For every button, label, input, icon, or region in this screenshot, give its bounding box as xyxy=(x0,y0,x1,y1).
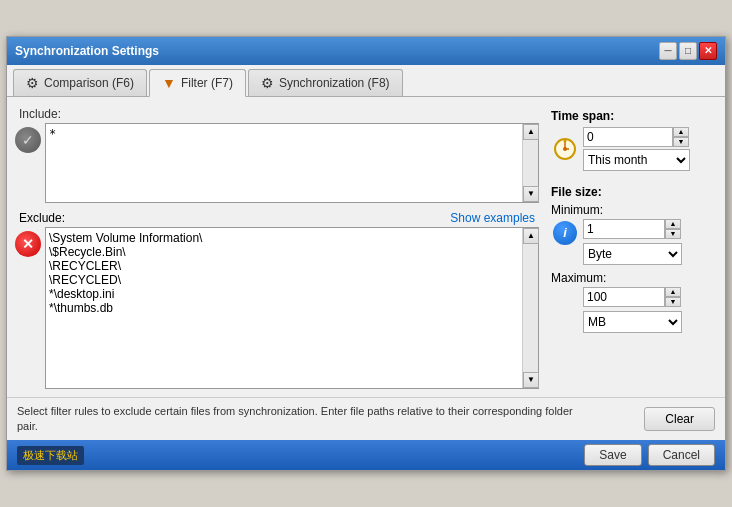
footer-bar: 极速下载站 Save Cancel xyxy=(7,440,725,470)
tab-comparison-label: Comparison (F6) xyxy=(44,76,134,90)
filesize-max-input[interactable] xyxy=(583,287,665,307)
exclude-row: ✕ ▲ ▼ xyxy=(15,227,539,389)
scroll-down-include[interactable]: ▼ xyxy=(523,186,539,202)
content-area: Include: ✓ ▲ ▼ xyxy=(7,97,725,397)
left-panel: Include: ✓ ▲ ▼ xyxy=(15,105,539,389)
info-icon: i xyxy=(553,221,577,245)
svg-point-4 xyxy=(564,139,567,142)
include-scrollbar: ▲ ▼ xyxy=(522,124,538,202)
title-bar: Synchronization Settings ─ □ ✕ xyxy=(7,37,725,65)
filesize-min-input[interactable] xyxy=(583,219,665,239)
timespan-dropdown[interactable]: This month Today This week This year All… xyxy=(583,149,690,171)
exclude-label: Exclude: xyxy=(19,211,65,225)
exclude-section: Exclude: Show examples ✕ ▲ ▼ xyxy=(15,209,539,389)
check-icon: ✓ xyxy=(15,127,41,153)
filesize-min-unit-dropdown[interactable]: Byte KB MB GB xyxy=(583,243,682,265)
timespan-spinner-btns: ▲ ▼ xyxy=(673,127,689,147)
filesize-min-spin-up[interactable]: ▲ xyxy=(665,219,681,229)
cancel-button[interactable]: Cancel xyxy=(648,444,715,466)
scroll-up-include[interactable]: ▲ xyxy=(523,124,539,140)
include-row: ✓ ▲ ▼ xyxy=(15,123,539,203)
tab-bar: ⚙ Comparison (F6) ▼ Filter (F7) ⚙ Synchr… xyxy=(7,65,725,97)
minimize-button[interactable]: ─ xyxy=(659,42,677,60)
clear-button[interactable]: Clear xyxy=(644,407,715,431)
scroll-track-include xyxy=(523,140,538,186)
error-icon: ✕ xyxy=(15,231,41,257)
filesize-label: File size: xyxy=(551,185,713,199)
exclude-icon-col: ✕ xyxy=(15,227,41,257)
filesize-min-label: Minimum: xyxy=(551,203,713,217)
exclude-scrollbar: ▲ ▼ xyxy=(522,228,538,388)
filter-icon: ▼ xyxy=(162,75,176,91)
exclude-body: ▲ ▼ xyxy=(45,227,539,389)
gear-icon-sync: ⚙ xyxy=(261,75,274,91)
include-input[interactable] xyxy=(46,124,522,202)
maximize-button[interactable]: □ xyxy=(679,42,697,60)
tab-filter[interactable]: ▼ Filter (F7) xyxy=(149,69,246,97)
filesize-max-dropdown-row: Byte KB MB GB xyxy=(583,311,682,333)
scroll-up-exclude[interactable]: ▲ xyxy=(523,228,539,244)
filesize-max-spinner-btns: ▲ ▼ xyxy=(665,287,681,307)
bottom-bar: Select filter rules to exclude certain f… xyxy=(7,397,725,441)
info-icon-wrap: i xyxy=(551,219,579,247)
title-controls: ─ □ ✕ xyxy=(659,42,717,60)
clock-icon xyxy=(553,137,577,161)
filesize-max-label: Maximum: xyxy=(551,271,713,285)
filesize-max-row: ▲ ▼ Byte KB MB GB xyxy=(583,287,713,333)
timespan-dropdown-row: This month Today This week This year All… xyxy=(583,149,690,171)
timespan-row: ▲ ▼ This month Today This week This year… xyxy=(551,127,713,171)
filesize-min-spinner-btns: ▲ ▼ xyxy=(665,219,681,239)
brand-label: 极速下载站 xyxy=(17,446,84,465)
timespan-label: Time span: xyxy=(551,109,713,123)
exclude-input[interactable] xyxy=(46,228,522,388)
scroll-down-exclude[interactable]: ▼ xyxy=(523,372,539,388)
filesize-min-dropdown-row: Byte KB MB GB xyxy=(583,243,682,265)
tab-filter-label: Filter (F7) xyxy=(181,76,233,90)
timespan-spinner-wrap: ▲ ▼ This month Today This week This year… xyxy=(583,127,690,171)
include-section: Include: ✓ ▲ ▼ xyxy=(15,105,539,203)
include-icon-col: ✓ xyxy=(15,123,41,153)
timespan-section: Time span: xyxy=(551,109,713,175)
filesize-min-spinner-row: ▲ ▼ xyxy=(583,219,682,239)
filesize-max-spinner-row: ▲ ▼ xyxy=(583,287,682,307)
timespan-value-input[interactable] xyxy=(583,127,673,147)
main-window: Synchronization Settings ─ □ ✕ ⚙ Compari… xyxy=(6,36,726,472)
scroll-track-exclude xyxy=(523,244,538,372)
filesize-max-unit-dropdown[interactable]: Byte KB MB GB xyxy=(583,311,682,333)
timespan-spin-down[interactable]: ▼ xyxy=(673,137,689,147)
exclude-header: Exclude: Show examples xyxy=(15,209,539,227)
filesize-max-spin-down[interactable]: ▼ xyxy=(665,297,681,307)
save-button[interactable]: Save xyxy=(584,444,641,466)
right-panel: Time span: xyxy=(547,105,717,389)
close-button[interactable]: ✕ xyxy=(699,42,717,60)
tab-comparison[interactable]: ⚙ Comparison (F6) xyxy=(13,69,147,96)
tab-sync-label: Synchronization (F8) xyxy=(279,76,390,90)
clock-icon-wrap xyxy=(551,135,579,163)
filesize-min-fields: ▲ ▼ Byte KB MB GB xyxy=(583,219,682,265)
include-label: Include: xyxy=(15,105,539,123)
timespan-spinner-row: ▲ ▼ xyxy=(583,127,690,147)
window-title: Synchronization Settings xyxy=(15,44,159,58)
filesize-max-spin-up[interactable]: ▲ xyxy=(665,287,681,297)
timespan-spin-up[interactable]: ▲ xyxy=(673,127,689,137)
filesize-min-spin-down[interactable]: ▼ xyxy=(665,229,681,239)
filesize-min-row: i ▲ ▼ Byte KB xyxy=(551,219,713,265)
gear-icon-comparison: ⚙ xyxy=(26,75,39,91)
filesize-max-fields: ▲ ▼ Byte KB MB GB xyxy=(583,287,682,333)
status-text: Select filter rules to exclude certain f… xyxy=(17,404,577,435)
tab-synchronization[interactable]: ⚙ Synchronization (F8) xyxy=(248,69,403,96)
include-body: ▲ ▼ xyxy=(45,123,539,203)
filesize-section: File size: Minimum: i ▲ ▼ xyxy=(551,185,713,333)
show-examples-link[interactable]: Show examples xyxy=(450,211,535,225)
